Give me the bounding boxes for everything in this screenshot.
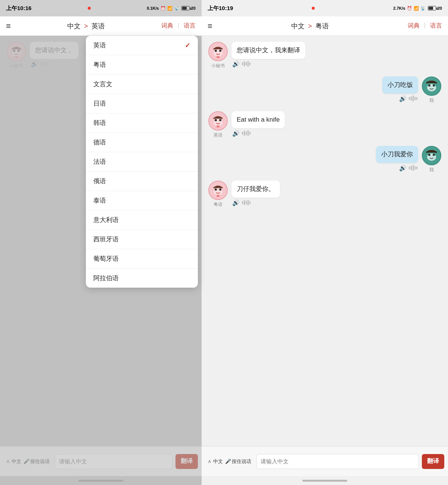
- right-lang-toggle[interactable]: ∧ 中文 🎤 按住说话: [205, 457, 253, 466]
- svg-point-7: [215, 50, 217, 52]
- right-msg-content-3: Eat with a knife 🔊: [231, 111, 285, 137]
- dropdown-item-italian[interactable]: 意大利语: [86, 210, 198, 230]
- right-input-field[interactable]: [256, 454, 419, 469]
- dropdown-label-french: 法语: [93, 157, 106, 166]
- left-dict-button[interactable]: 词典: [161, 22, 173, 30]
- left-lang-button[interactable]: 语言: [184, 22, 196, 30]
- right-speaker-1[interactable]: 🔊: [232, 60, 240, 68]
- dropdown-label-italian: 意大利语: [93, 216, 119, 224]
- dropdown-item-french[interactable]: 法语: [86, 152, 198, 172]
- dropdown-item-classical[interactable]: 文言文: [86, 75, 198, 94]
- right-assistant-avatar-3: [208, 111, 228, 131]
- left-hamburger-icon[interactable]: ≡: [6, 21, 11, 31]
- right-hamburger-icon[interactable]: ≡: [208, 21, 212, 31]
- right-user-name-2: 我: [429, 97, 434, 104]
- right-time: 上午10:19: [208, 5, 233, 12]
- dropdown-label-german: 德语: [93, 138, 106, 147]
- left-battery: [181, 6, 190, 10]
- right-status-icons: 2.7K/s ⏰ 📶 📡 20: [393, 6, 442, 11]
- right-assistant-avatar-wrap-3: 英语: [208, 111, 228, 138]
- right-msg-row-1: 小秘书 您请说中文，我来翻译 🔊: [208, 42, 442, 69]
- dropdown-item-thai[interactable]: 泰语: [86, 191, 198, 210]
- svg-rect-18: [217, 125, 220, 128]
- right-assistant-lang-3: 英语: [214, 132, 223, 138]
- left-wifi-icon: 📡: [174, 6, 179, 11]
- right-lang-button[interactable]: 语言: [430, 22, 442, 30]
- left-status-icons: 0.1K/s ⏰ 📶 📡 20: [147, 6, 196, 11]
- left-status-dot: [88, 7, 91, 10]
- dropdown-label-classical: 文言文: [93, 80, 112, 88]
- right-msg-content-1: 您请说中文，我来翻译 🔊: [231, 42, 305, 68]
- right-speaker-3[interactable]: 🔊: [232, 130, 240, 137]
- right-speaker-2[interactable]: 🔊: [399, 95, 407, 102]
- right-wave-2: [409, 95, 417, 102]
- dropdown-label-japanese: 日语: [93, 99, 106, 108]
- left-network-speed: 0.1K/s: [147, 6, 159, 10]
- left-nav-bar: ≡ 中文 > 英语 词典 | 语言: [0, 16, 202, 36]
- right-bubble-4: 小刀我爱你: [376, 146, 418, 163]
- right-wave-5: [242, 199, 251, 206]
- left-time: 上午10:16: [6, 5, 31, 12]
- right-battery: [428, 6, 436, 10]
- dropdown-label-korean: 韩语: [93, 119, 106, 127]
- dropdown-label-english: 英语: [93, 41, 106, 50]
- right-status-dot: [312, 7, 315, 10]
- right-input-bar: ∧ 中文 🎤 按住说话 翻译: [202, 446, 448, 476]
- dropdown-label-portuguese: 葡萄牙语: [93, 254, 119, 263]
- dropdown-item-arabic[interactable]: 阿拉伯语: [86, 269, 198, 288]
- right-msg-row-4: 我 小刀我爱你 🔊: [208, 146, 442, 173]
- language-dropdown-menu: 英语 ✓ 粤语 文言文 日语 韩语 德语 法语 俄语 泰语 意大利语: [86, 36, 198, 288]
- right-msg-content-5: 刀仔我爱你。 🔊: [231, 181, 280, 206]
- svg-point-16: [215, 119, 217, 121]
- svg-point-26: [219, 188, 221, 191]
- right-panel: 上午10:19 2.7K/s ⏰ 📶 📡 20 ≡ 中文 > 粤语 词典 | 语…: [202, 0, 448, 485]
- dropdown-item-korean[interactable]: 韩语: [86, 113, 198, 133]
- right-msg-meta-4: 🔊: [376, 165, 418, 172]
- right-msg-meta-1: 🔊: [231, 60, 305, 68]
- right-dict-button[interactable]: 词典: [408, 22, 420, 30]
- right-assistant-name-1: 小秘书: [211, 63, 225, 69]
- check-mark-english: ✓: [185, 41, 190, 50]
- left-nav-right: 词典 | 语言: [161, 22, 196, 30]
- dropdown-item-english[interactable]: 英语 ✓: [86, 36, 198, 55]
- dropdown-item-russian[interactable]: 俄语: [86, 172, 198, 191]
- right-speaker-4[interactable]: 🔊: [399, 165, 407, 172]
- dropdown-label-thai: 泰语: [93, 196, 106, 205]
- right-msg-row-3: 英语 Eat with a knife 🔊: [208, 111, 442, 138]
- svg-point-25: [215, 188, 217, 191]
- dropdown-label-russian: 俄语: [93, 177, 106, 185]
- right-assistant-avatar-wrap-1: 小秘书: [208, 42, 228, 69]
- left-panel: 上午10:16 0.1K/s ⏰ 📶 📡 20 ≡ 中文 > 英语 词典 | 语…: [0, 0, 202, 485]
- dropdown-label-arabic: 阿拉伯语: [93, 274, 119, 282]
- right-msg-content-2: 小刀吃饭 🔊: [382, 76, 418, 102]
- svg-point-21: [428, 154, 430, 156]
- right-home-indicator: [202, 476, 448, 485]
- dropdown-item-cantonese[interactable]: 粤语: [86, 55, 198, 75]
- right-user-avatar-2: [422, 76, 441, 96]
- right-assistant-avatar-5: [208, 181, 228, 200]
- svg-point-17: [219, 119, 221, 121]
- dropdown-item-spanish[interactable]: 西班牙语: [86, 230, 198, 249]
- right-msg-meta-5: 🔊: [231, 199, 280, 206]
- svg-point-22: [433, 154, 435, 156]
- dropdown-label-cantonese: 粤语: [93, 60, 106, 69]
- right-translate-button[interactable]: 翻译: [422, 454, 444, 469]
- right-msg-content-4: 小刀我爱你 🔊: [376, 146, 418, 172]
- right-assistant-avatar-wrap-5: 粤语: [208, 181, 228, 208]
- right-wave-1: [242, 60, 251, 67]
- dropdown-item-portuguese[interactable]: 葡萄牙语: [86, 249, 198, 269]
- right-chat-area: 小秘书 您请说中文，我来翻译 🔊: [202, 36, 448, 446]
- right-nav-title: 中文 > 粤语: [291, 22, 329, 31]
- left-clock-icon: ⏰: [161, 6, 166, 11]
- right-signal-icon: 📶: [414, 6, 419, 11]
- right-mic-icon: 🎤: [225, 459, 231, 464]
- dropdown-item-japanese[interactable]: 日语: [86, 94, 198, 113]
- svg-rect-27: [217, 195, 220, 197]
- right-speaker-5[interactable]: 🔊: [232, 199, 240, 206]
- right-msg-row-5: 粤语 刀仔我爱你。 🔊: [208, 181, 442, 208]
- right-bubble-1: 您请说中文，我来翻译: [231, 42, 305, 59]
- right-msg-meta-2: 🔊: [382, 95, 418, 102]
- right-battery-level: 20: [438, 6, 442, 10]
- right-clock-icon: ⏰: [407, 6, 412, 11]
- dropdown-item-german[interactable]: 德语: [86, 133, 198, 152]
